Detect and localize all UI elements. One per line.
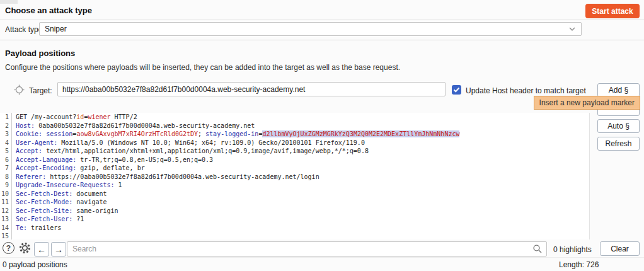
attack-type-select[interactable]: Sniper: [39, 22, 582, 36]
request-line[interactable]: 12Sec-Fetch-Site: same-origin: [0, 207, 589, 216]
request-line[interactable]: 2Host: 0aba00b5032e7f8a82d61f7b00d0004a.…: [0, 122, 589, 130]
request-editor[interactable]: 1GET /my-account?id=wiener HTTP/22Host: …: [0, 113, 590, 239]
line-number: 6: [0, 156, 12, 164]
line-number: 13: [0, 215, 12, 224]
line-number: 14: [0, 224, 12, 233]
line-number: 4: [0, 139, 12, 147]
request-line[interactable]: 3Cookie: session=aow8vGAxvgbM7xRI4OrzHTc…: [0, 130, 589, 139]
search-forward-button[interactable]: →: [51, 242, 66, 257]
target-crosshair-icon: [14, 84, 25, 98]
search-back-button[interactable]: ←: [34, 242, 49, 257]
arrow-left-icon: ←: [37, 245, 46, 255]
add-payload-marker-button[interactable]: Add §: [597, 83, 640, 97]
line-number: 7: [0, 164, 12, 173]
line-number: 8: [0, 173, 12, 182]
line-number: 1: [0, 113, 12, 122]
request-line[interactable]: 10Sec-Fetch-Dest: document: [0, 190, 589, 199]
start-attack-button[interactable]: Start attack: [585, 4, 640, 18]
request-line[interactable]: 15: [0, 232, 589, 239]
line-number: 11: [0, 198, 12, 207]
request-line[interactable]: 14Te: trailers: [0, 224, 589, 233]
request-line[interactable]: 9Upgrade-Insecure-Requests: 1: [0, 181, 589, 190]
request-line[interactable]: 6Accept-Language: tr-TR,tr;q=0.8,en-US;q…: [0, 156, 589, 164]
update-host-label: Update Host header to match target: [466, 86, 586, 95]
line-number: 9: [0, 181, 12, 190]
request-line[interactable]: 7Accept-Encoding: gzip, deflate, br: [0, 164, 589, 173]
highlights-count: 0 highlights: [553, 245, 592, 254]
request-line[interactable]: 1GET /my-account?id=wiener HTTP/2: [0, 113, 589, 122]
line-number: 2: [0, 122, 12, 130]
request-length: Length: 726: [559, 260, 599, 269]
target-label: Target:: [29, 86, 52, 95]
payload-positions-description: Configure the positions where payloads w…: [5, 63, 400, 72]
help-icon: ?: [3, 242, 14, 254]
help-button[interactable]: ?: [3, 242, 14, 254]
search-field-wrap: [67, 241, 547, 257]
attack-type-heading: Choose an attack type: [5, 6, 92, 15]
request-line[interactable]: 8Referer: https://0aba00b5032e7f8a82d61f…: [0, 173, 589, 182]
clear-search-button[interactable]: Clear: [600, 241, 640, 256]
request-line[interactable]: 5Accept: text/html,application/xhtml+xml…: [0, 147, 589, 156]
chevron-down-icon: [568, 26, 576, 32]
section-divider: [0, 40, 644, 40]
request-line[interactable]: 4User-Agent: Mozilla/5.0 (Windows NT 10.…: [0, 139, 589, 147]
request-line[interactable]: 11Sec-Fetch-Mode: navigate: [0, 198, 589, 207]
auto-payload-marker-button[interactable]: Auto §: [597, 119, 640, 133]
status-bar: 0 payload positions Length: 726: [0, 257, 644, 271]
update-host-checkbox[interactable]: [452, 85, 461, 95]
gear-icon: [18, 241, 32, 255]
burp-intruder-panel: Choose an attack type Start attack Attac…: [0, 0, 644, 271]
arrow-right-icon: →: [54, 245, 63, 255]
request-line[interactable]: 13Sec-Fetch-User: ?1: [0, 215, 589, 224]
line-number: 3: [0, 130, 12, 139]
settings-button[interactable]: [18, 241, 32, 257]
check-icon: [453, 86, 460, 93]
attack-type-selected-value: Sniper: [45, 25, 67, 33]
refresh-button[interactable]: Refresh: [597, 137, 640, 151]
line-number: 10: [0, 190, 12, 199]
payload-positions-count: 0 payload positions: [3, 260, 67, 269]
target-url-input[interactable]: [57, 82, 446, 96]
search-icon: [532, 244, 543, 257]
section-divider: [0, 20, 644, 20]
line-number: 12: [0, 207, 12, 216]
payload-positions-heading: Payload positions: [5, 49, 75, 58]
add-marker-tooltip: Insert a new payload marker: [534, 96, 640, 110]
line-number: 15: [0, 232, 12, 239]
line-number: 5: [0, 147, 12, 156]
search-input[interactable]: [67, 241, 547, 257]
window-edge-artifact: [0, 0, 18, 4]
